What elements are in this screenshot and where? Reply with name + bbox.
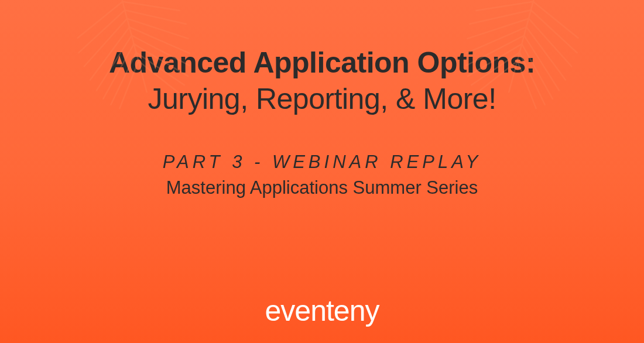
title-line-1: Advanced Application Options: <box>23 47 621 79</box>
main-content: Advanced Application Options: Jurying, R… <box>23 47 621 198</box>
subtitle-line-1: PART 3 - WEBINAR REPLAY <box>23 152 621 173</box>
subtitle-block: PART 3 - WEBINAR REPLAY Mastering Applic… <box>23 152 621 198</box>
title-line-2: Jurying, Reporting, & More! <box>23 81 621 116</box>
subtitle-line-2: Mastering Applications Summer Series <box>23 177 621 198</box>
brand-logo: eventeny <box>265 296 379 325</box>
